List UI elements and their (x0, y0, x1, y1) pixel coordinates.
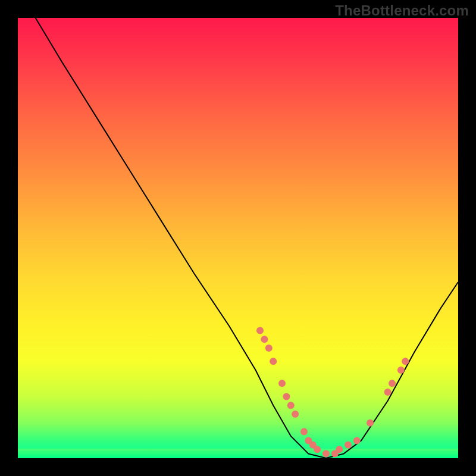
data-point-marker (336, 446, 343, 453)
data-point-marker (384, 389, 392, 396)
data-point-marker (314, 446, 321, 453)
data-point-marker (270, 358, 277, 365)
data-point-marker (389, 380, 396, 387)
data-point-marker (283, 393, 290, 400)
bottleneck-curve (36, 18, 458, 458)
data-point-marker (292, 411, 299, 418)
data-point-marker (402, 358, 409, 365)
data-point-marker (287, 402, 295, 409)
plot-area (18, 18, 458, 458)
data-point-marker (300, 428, 308, 436)
data-point-marker (345, 441, 352, 449)
data-point-marker (353, 437, 361, 444)
data-point-marker (397, 367, 405, 374)
bottleneck-curve-svg (18, 18, 458, 458)
watermark-text: TheBottleneck.com (335, 2, 469, 19)
data-point-marker (256, 327, 264, 334)
data-point-marker (367, 419, 374, 427)
data-point-marker (322, 450, 330, 458)
data-point-marker (265, 345, 273, 352)
data-point-marker (261, 336, 268, 343)
data-point-marker (278, 380, 286, 387)
bottleneck-markers (256, 327, 409, 457)
chart-frame: TheBottleneck.com (0, 0, 476, 476)
